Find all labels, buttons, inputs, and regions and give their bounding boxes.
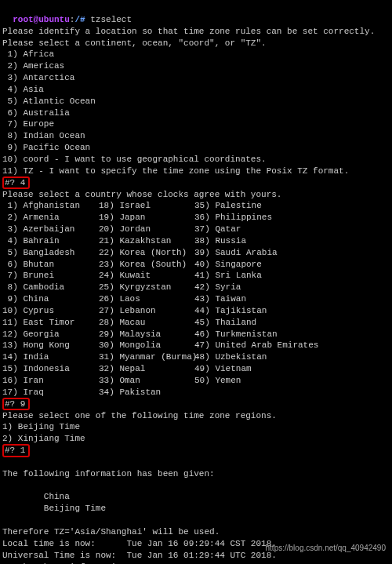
output-text: Please identify a location so that time … [2,26,390,38]
menu-item: 1) Africa [2,49,390,60]
menu-item: 11) TZ - I want to specify the time zone… [2,166,390,177]
highlight-box: #? 1 [2,444,30,457]
table-row: 12) Georgia29) Malaysia46) Turkmenistan [2,329,390,340]
menu-item: 8) Indian Ocean [2,130,390,142]
output-text: China [2,491,390,503]
table-row: 13) Hong Kong30) Mongolia47) United Arab… [2,340,390,351]
table-row: 17) Iraq34) Pakistan [2,387,390,398]
user-input-highlight: #? 1 [2,445,390,457]
menu-item: 6) Australia [2,107,390,119]
menu-item: 10) coord - I want to use geographical c… [2,154,390,166]
menu-item: 1) Beijing Time [2,421,390,433]
menu-item: 4) Asia [2,84,390,96]
blank-line [2,515,390,526]
output-text: Therefore TZ='Asia/Shanghai' will be use… [2,526,390,538]
highlight-box: #? 4 [2,176,30,190]
terminal-line: root@ubuntu:/# tzselect [2,2,390,26]
table-row: 5) Bangladesh22) Korea (North)39) Saudi … [2,247,390,259]
table-row: 2) Armenia19) Japan36) Philippines [2,212,390,224]
table-row: 6) Bhutan23) Korea (South)40) Singapore [2,259,390,271]
menu-item: 2) Americas [2,60,390,72]
output-text: The following information has been given… [2,468,390,480]
prompt-path: /# [74,15,85,24]
menu-item: 5) Atlantic Ocean [2,96,390,107]
output-text: Please select a continent, ocean, "coord… [2,38,390,49]
table-row: 4) Bahrain21) Kazakhstan38) Russia [2,235,390,247]
output-text: Please select a country whose clocks agr… [2,189,390,201]
table-row: 3) Azerbaijan20) Jordan37) Qatar [2,224,390,235]
menu-item: 2) Xinjiang Time [2,433,390,445]
output-text: Is the above information OK? [2,562,390,565]
country-table: 1) Afghanistan18) Israel35) Palestine 2)… [2,200,390,398]
output-text: Please select one of the following time … [2,410,390,422]
user-input-highlight: #? 9 [2,398,390,410]
prompt-user-host: root@ubuntu [13,15,70,24]
watermark-text: https://blog.csdn.net/qq_40942490 [266,543,386,554]
user-input-highlight: #? 4 [2,177,390,189]
table-row: 7) Brunei24) Kuwait41) Sri Lanka [2,270,390,282]
blank-line [2,457,390,468]
table-row: 10) Cyprus27) Lebanon44) Tajikistan [2,305,390,317]
table-row: 8) Cambodia25) Kyrgyzstan42) Syria [2,282,390,293]
table-row: 16) Iran33) Oman50) Yemen [2,375,390,387]
menu-item: 7) Europe [2,118,390,130]
table-row: 11) East Timor28) Macau45) Thailand [2,317,390,329]
table-row: 1) Afghanistan18) Israel35) Palestine [2,200,390,212]
output-text: Beijing Time [2,503,390,515]
command-text: tzselect [85,15,132,24]
menu-item: 9) Pacific Ocean [2,142,390,154]
highlight-box: #? 9 [2,398,30,411]
table-row: 9) China26) Laos43) Taiwan [2,293,390,305]
table-row: 15) Indonesia32) Nepal49) Vietnam [2,363,390,375]
menu-item: 3) Antarctica [2,72,390,84]
table-row: 14) India31) Myanmar (Burma)48) Uzbekist… [2,351,390,363]
blank-line [2,480,390,492]
